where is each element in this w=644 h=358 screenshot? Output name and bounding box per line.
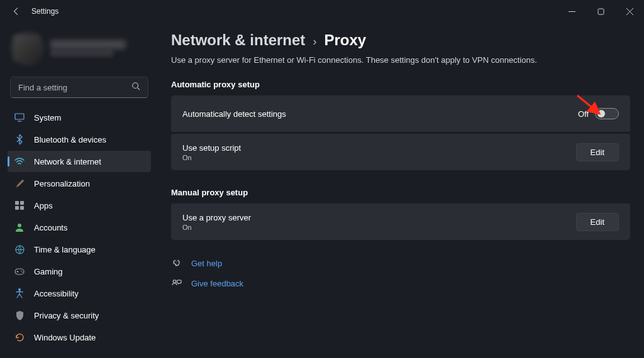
auto-detect-toggle-label: Off (578, 109, 589, 119)
sidebar-item-label: Apps (34, 201, 53, 210)
sidebar-item-label: Personalization (34, 179, 90, 188)
sidebar-item-bluetooth[interactable]: Bluetooth & devices (8, 129, 151, 150)
main-content: Network & internet › Proxy Use a proxy s… (157, 23, 644, 358)
sidebar-item-label: Windows Update (34, 333, 96, 342)
sidebar: System Bluetooth & devices Network & int… (0, 23, 157, 358)
auto-detect-toggle[interactable] (595, 108, 619, 119)
sidebar-item-system[interactable]: System (8, 107, 151, 128)
sidebar-item-label: Privacy & security (34, 311, 99, 320)
svg-point-11 (22, 271, 23, 273)
svg-rect-0 (598, 9, 604, 14)
search-icon (131, 82, 140, 93)
sidebar-item-personalization[interactable]: Personalization (8, 173, 151, 194)
minimize-button[interactable] (557, 0, 586, 23)
feedback-icon (171, 278, 182, 289)
maximize-button[interactable] (586, 0, 615, 23)
svg-point-14 (176, 261, 177, 262)
breadcrumb: Network & internet › Proxy (171, 31, 630, 49)
svg-point-10 (21, 270, 22, 271)
proxy-server-edit-button[interactable]: Edit (576, 213, 619, 231)
proxy-server-card: Use a proxy server On Edit (171, 203, 630, 240)
get-help-link[interactable]: Get help (191, 259, 222, 268)
window-controls (557, 0, 644, 23)
svg-rect-2 (15, 114, 24, 119)
svg-point-15 (173, 279, 175, 282)
gamepad-icon (14, 266, 25, 277)
system-icon (14, 112, 25, 123)
globe-icon (14, 244, 25, 255)
sidebar-item-label: Accessibility (34, 289, 79, 298)
shield-icon (14, 310, 25, 321)
setup-script-edit-button[interactable]: Edit (576, 143, 619, 161)
breadcrumb-parent[interactable]: Network & internet (171, 31, 305, 49)
svg-rect-3 (15, 201, 19, 205)
page-subtitle: Use a proxy server for Ethernet or Wi-Fi… (171, 55, 630, 65)
svg-point-1 (133, 83, 138, 89)
section-manual-header: Manual proxy setup (171, 188, 630, 197)
give-feedback-row[interactable]: Give feedback (171, 278, 630, 289)
sidebar-item-accessibility[interactable]: Accessibility (8, 283, 151, 304)
search-box[interactable] (10, 77, 148, 98)
proxy-server-title: Use a proxy server (182, 213, 251, 222)
give-feedback-link[interactable]: Give feedback (191, 279, 243, 288)
titlebar: Settings (0, 0, 644, 23)
network-icon (14, 156, 25, 167)
accessibility-icon (14, 288, 25, 299)
sidebar-item-privacy[interactable]: Privacy & security (8, 305, 151, 326)
back-button[interactable] (9, 4, 24, 19)
user-display-name (50, 40, 126, 49)
svg-rect-4 (20, 201, 24, 205)
setup-script-card: Use setup script On Edit (171, 134, 630, 170)
nav-list: System Bluetooth & devices Network & int… (8, 107, 151, 348)
chevron-right-icon: › (313, 35, 316, 48)
auto-detect-card: Automatically detect settings Off (171, 95, 630, 132)
sidebar-item-network[interactable]: Network & internet (8, 151, 151, 172)
help-icon (171, 258, 182, 269)
proxy-server-status: On (182, 224, 251, 231)
avatar (10, 31, 44, 65)
svg-rect-5 (15, 206, 19, 210)
svg-rect-6 (20, 206, 24, 210)
sidebar-item-gaming[interactable]: Gaming (8, 261, 151, 282)
get-help-row[interactable]: Get help (171, 258, 630, 269)
svg-point-13 (174, 261, 175, 262)
page-title: Proxy (324, 31, 366, 49)
paintbrush-icon (14, 178, 25, 189)
svg-rect-9 (15, 269, 24, 274)
update-icon (14, 332, 25, 343)
setup-script-status: On (182, 154, 241, 161)
apps-icon (14, 200, 25, 211)
sidebar-item-update[interactable]: Windows Update (8, 327, 151, 348)
window-title: Settings (31, 7, 58, 16)
sidebar-item-apps[interactable]: Apps (8, 195, 151, 216)
sidebar-item-time[interactable]: Time & language (8, 239, 151, 260)
svg-rect-16 (177, 280, 182, 283)
sidebar-item-label: Gaming (34, 267, 63, 276)
sidebar-item-label: Time & language (34, 245, 96, 254)
user-email (50, 50, 113, 57)
close-button[interactable] (615, 0, 644, 23)
setup-script-title: Use setup script (182, 143, 241, 153)
bluetooth-icon (14, 134, 25, 145)
section-automatic-header: Automatic proxy setup (171, 80, 630, 89)
svg-point-7 (18, 224, 21, 227)
search-input[interactable] (18, 83, 131, 92)
sidebar-item-accounts[interactable]: Accounts (8, 217, 151, 238)
sidebar-item-label: Accounts (34, 223, 67, 232)
user-account-block[interactable] (8, 28, 151, 74)
sidebar-item-label: Network & internet (34, 157, 101, 166)
person-icon (14, 222, 25, 233)
sidebar-item-label: Bluetooth & devices (34, 135, 106, 144)
auto-detect-title: Automatically detect settings (182, 109, 286, 119)
sidebar-item-label: System (34, 113, 61, 122)
